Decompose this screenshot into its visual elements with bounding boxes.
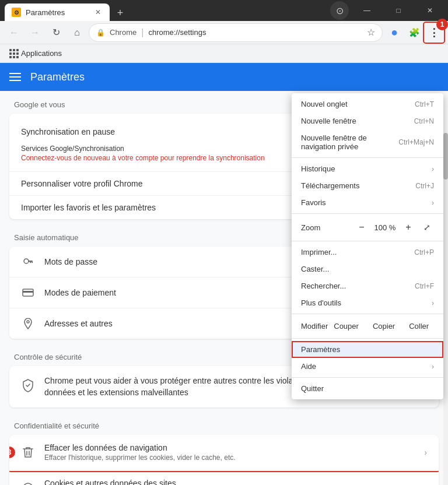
- cast-menu-item[interactable]: Caster...: [292, 261, 443, 277]
- help-menu-item[interactable]: Aide ›: [292, 358, 443, 375]
- copy-button[interactable]: Copier: [367, 319, 401, 333]
- back-button[interactable]: ←: [5, 23, 23, 42]
- more-tools-arrow: ›: [432, 299, 434, 307]
- clear-data-text-block: Effacer les données de navigation Efface…: [44, 443, 424, 462]
- downloads-menu-item[interactable]: Téléchargements Ctrl+J: [292, 177, 443, 194]
- chrome-menu-button[interactable]: ⋮ 1: [425, 23, 443, 42]
- zoom-controls: − 100 % + ⤢: [355, 220, 434, 234]
- help-label: Aide: [301, 362, 316, 371]
- quit-label: Quitter: [301, 384, 324, 393]
- zoom-minus-button[interactable]: −: [355, 220, 369, 234]
- downloads-label: Téléchargements: [301, 181, 359, 190]
- print-shortcut: Ctrl+P: [414, 248, 434, 256]
- tab-title: Paramètres: [26, 8, 89, 17]
- context-menu: Nouvel onglet Ctrl+T Nouvelle fenêtre Ct…: [292, 93, 443, 399]
- sidebar-toggle-button[interactable]: [9, 73, 21, 81]
- cookies-row: Cookies et autres données des sites Les …: [21, 479, 427, 485]
- settings-title: Paramètres: [30, 71, 85, 83]
- scrollbar-track[interactable]: [443, 133, 448, 485]
- cookies-item[interactable]: Cookies et autres données des sites Les …: [9, 470, 439, 485]
- privacy-section: Confidentialité et sécurité Ef: [0, 412, 448, 485]
- zoom-expand-button[interactable]: ⤢: [420, 220, 434, 234]
- incognito-shortcut: Ctrl+Maj+N: [398, 138, 434, 146]
- tab-favicon: ⚙: [12, 8, 21, 17]
- toolbar-right: ● 🧩 ⋮ 1: [385, 23, 443, 42]
- print-menu-item[interactable]: Imprimer... Ctrl+P: [292, 244, 443, 261]
- clear-data-label: Effacer les données de navigation: [44, 443, 424, 452]
- profile-button[interactable]: ●: [385, 23, 404, 42]
- scrollbar-thumb[interactable]: [443, 133, 448, 180]
- maximize-button[interactable]: □: [385, 1, 412, 20]
- search-label: Rechercher...: [301, 282, 346, 290]
- search-menu-item[interactable]: Rechercher... Ctrl+F: [292, 277, 443, 294]
- new-tab-button[interactable]: +: [112, 5, 128, 21]
- edit-label: Modifier: [301, 322, 328, 331]
- sync-label: Synchronisation en pause: [21, 127, 115, 136]
- clear-data-sublabel: Effacer l'historique, supprimer les cook…: [44, 454, 424, 462]
- reload-button[interactable]: ↻: [47, 23, 65, 42]
- tab-close-button[interactable]: ✕: [93, 8, 103, 17]
- close-button[interactable]: ✕: [416, 1, 443, 20]
- help-arrow: ›: [432, 363, 434, 371]
- incognito-label: Nouvelle fenêtre de navigation privée: [301, 133, 398, 151]
- more-tools-menu-item[interactable]: Plus d'outils ›: [292, 294, 443, 311]
- history-menu-item[interactable]: Historique ›: [292, 160, 443, 177]
- privacy-card: Effacer les données de navigation Efface…: [9, 435, 439, 485]
- password-icon: [21, 255, 35, 269]
- edit-buttons: Couper Copier Coller: [328, 319, 435, 333]
- cookies-icon: [21, 481, 35, 485]
- cast-icon[interactable]: ⊙: [330, 1, 349, 20]
- paste-button[interactable]: Coller: [403, 319, 435, 333]
- window-controls: — □ ✕: [354, 1, 443, 20]
- privacy-section-title: Confidentialité et sécurité: [0, 412, 448, 435]
- new-window-menu-item[interactable]: Nouvelle fenêtre Ctrl+N: [292, 113, 443, 129]
- clear-data-arrow: ›: [424, 448, 427, 457]
- new-window-shortcut: Ctrl+N: [414, 117, 434, 125]
- search-shortcut: Ctrl+F: [415, 282, 434, 290]
- new-tab-label: Nouvel onglet: [301, 100, 348, 108]
- trash-icon: [21, 445, 35, 459]
- extensions-button[interactable]: 🧩: [405, 23, 424, 42]
- zoom-value: 100 %: [373, 223, 397, 232]
- main-content: Paramètres Google et vous Synchronisatio…: [0, 63, 448, 485]
- history-label: Historique: [301, 164, 335, 173]
- new-tab-menu-item[interactable]: Nouvel onglet Ctrl+T: [292, 96, 443, 113]
- cut-button[interactable]: Couper: [328, 319, 365, 333]
- apps-bookmark[interactable]: Applications: [5, 47, 66, 61]
- svg-point-0: [24, 259, 29, 263]
- bookmarks-bar: Applications: [0, 44, 448, 63]
- cookies-label: Cookies et autres données des sites: [44, 479, 424, 485]
- zoom-menu-item: Zoom − 100 % + ⤢: [292, 216, 443, 238]
- address-chrome: Chrome: [110, 28, 136, 37]
- payment-icon: [21, 286, 35, 300]
- settings-header: Paramètres: [0, 63, 448, 91]
- forward-button[interactable]: →: [26, 23, 44, 42]
- favorites-arrow: ›: [432, 199, 434, 207]
- downloads-shortcut: Ctrl+J: [415, 182, 434, 190]
- tab-area: ⚙ Paramètres ✕ +: [5, 0, 330, 21]
- window-frame: ⚙ Paramètres ✕ + ⊙ — □ ✕ ← → ↻ ⌂ 🔒 Chrom…: [0, 0, 448, 485]
- active-tab[interactable]: ⚙ Paramètres ✕: [5, 3, 110, 21]
- bookmark-star-icon[interactable]: ☆: [367, 27, 375, 38]
- svg-rect-3: [30, 262, 31, 263]
- divider-2: [292, 213, 443, 214]
- security-icon: 🔒: [96, 29, 105, 37]
- apps-label: Applications: [21, 49, 62, 58]
- cast-label: Caster...: [301, 265, 329, 273]
- address-bar[interactable]: 🔒 Chrome | chrome://settings ☆: [89, 23, 383, 42]
- history-arrow: ›: [432, 165, 434, 173]
- incognito-menu-item[interactable]: Nouvelle fenêtre de navigation privée Ct…: [292, 129, 443, 155]
- favorites-menu-item[interactable]: Favoris ›: [292, 194, 443, 211]
- divider-1: [292, 157, 443, 158]
- address-icon: [21, 317, 35, 331]
- title-bar: ⚙ Paramètres ✕ + ⊙ — □ ✕: [0, 0, 448, 21]
- clear-data-item[interactable]: Effacer les données de navigation Efface…: [9, 435, 439, 470]
- zoom-plus-button[interactable]: +: [401, 220, 415, 234]
- apps-grid-icon: [9, 49, 19, 58]
- quit-menu-item[interactable]: Quitter: [292, 380, 443, 397]
- step1-badge: 1: [436, 19, 448, 30]
- minimize-button[interactable]: —: [354, 1, 380, 20]
- settings-menu-item[interactable]: Paramètres: [292, 341, 443, 358]
- svg-rect-1: [28, 261, 33, 262]
- home-button[interactable]: ⌂: [68, 23, 86, 42]
